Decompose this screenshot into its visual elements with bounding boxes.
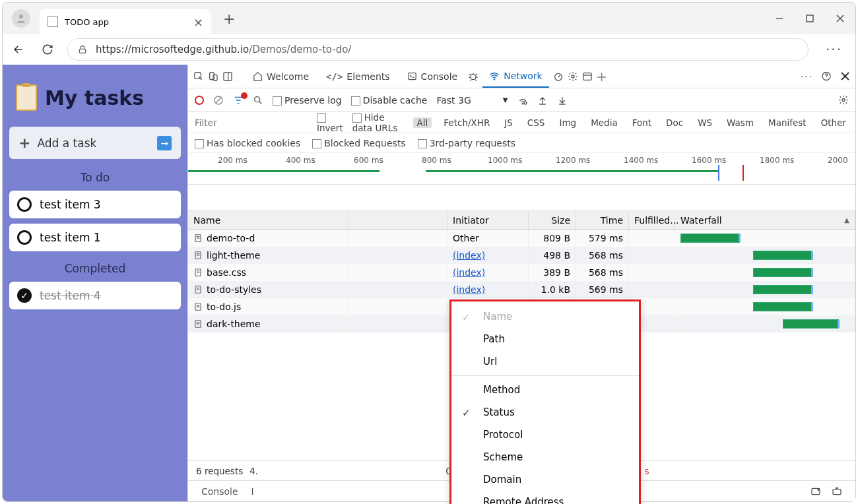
ctx-remote-address[interactable]: Remote Address	[451, 491, 639, 504]
tab-console[interactable]: Console	[401, 65, 465, 88]
ctx-status[interactable]: ✓Status	[451, 401, 639, 424]
clear-button[interactable]	[213, 95, 224, 106]
type-css[interactable]: CSS	[525, 117, 548, 128]
initiator-link[interactable]: (index)	[453, 284, 485, 295]
network-row[interactable]: light-theme(index)498 B568 ms	[188, 247, 855, 264]
type-other[interactable]: Other	[818, 117, 849, 128]
dock-icon[interactable]	[222, 71, 233, 82]
close-devtools-icon[interactable]	[840, 71, 850, 82]
ctx-protocol[interactable]: Protocol	[451, 424, 639, 446]
maximize-button[interactable]	[795, 5, 825, 32]
tab-close-icon[interactable]: ×	[193, 15, 203, 29]
disable-cache-checkbox[interactable]: Disable cache	[351, 95, 428, 106]
minimize-button[interactable]	[764, 5, 795, 32]
sort-arrow-icon: ▲	[844, 216, 849, 224]
third-party-checkbox[interactable]: 3rd-party requests	[418, 138, 515, 148]
ctx-path[interactable]: Path	[451, 328, 639, 350]
add-tab-icon[interactable]: +	[597, 71, 607, 82]
waterfall-bar	[680, 234, 740, 243]
type-doc[interactable]: Doc	[663, 117, 686, 128]
hide-data-urls-checkbox[interactable]: Hide data URLs	[352, 112, 404, 133]
network-conditions-icon[interactable]	[517, 95, 528, 106]
add-task-input[interactable]: + Add a task →	[9, 127, 181, 159]
tab-welcome[interactable]: Welcome	[246, 65, 315, 88]
drawer-console-tab[interactable]: Console	[201, 486, 238, 497]
section-completed-label: Completed	[9, 257, 181, 282]
app-icon[interactable]	[582, 71, 593, 82]
drawer-expand-icon[interactable]	[810, 486, 821, 497]
type-js[interactable]: JS	[502, 117, 515, 128]
task-item-done[interactable]: ✓ test item 4	[9, 282, 181, 309]
network-row[interactable]: to-do-styles(index)1.0 kB569 ms	[188, 281, 855, 298]
type-wasm[interactable]: Wasm	[724, 117, 756, 128]
task-radio-checked[interactable]: ✓	[17, 288, 32, 303]
type-fetch[interactable]: Fetch/XHR	[441, 117, 492, 128]
col-time[interactable]: Time	[576, 211, 629, 229]
device-toggle-icon[interactable]	[208, 71, 218, 82]
blocked-cookies-checkbox[interactable]: Has blocked cookies	[195, 138, 300, 148]
todo-app: My tasks + Add a task → To do test item …	[3, 65, 187, 501]
task-radio[interactable]	[17, 197, 32, 212]
browser-tab[interactable]: TODO app ×	[40, 9, 211, 34]
gear-icon[interactable]	[568, 71, 578, 82]
blocked-requests-checkbox[interactable]: Blocked Requests	[312, 138, 405, 148]
export-har-icon[interactable]	[557, 95, 568, 106]
filter-input[interactable]	[195, 117, 308, 128]
filter-toggle-icon[interactable]	[233, 95, 244, 106]
task-item[interactable]: test item 3	[9, 191, 181, 218]
close-window-button[interactable]	[825, 5, 855, 32]
more-tools-button[interactable]: ···	[801, 71, 813, 82]
network-table-header[interactable]: Name Initiator Size Time Fulfilled... Wa…	[188, 211, 855, 230]
network-row[interactable]: demo-to-dOther809 B579 ms	[188, 230, 855, 247]
help-icon[interactable]	[821, 71, 832, 82]
inspect-icon[interactable]	[193, 71, 204, 82]
initiator-link[interactable]: (index)	[453, 250, 485, 261]
col-status-empty[interactable]	[348, 211, 447, 229]
submit-task-button[interactable]: →	[157, 136, 172, 150]
record-button[interactable]	[195, 96, 204, 105]
initiator-link[interactable]: (index)	[453, 267, 485, 278]
tab-network[interactable]: Network	[482, 65, 548, 88]
address-bar[interactable]: https://microsoftedge.github.io/Demos/de…	[67, 38, 808, 61]
type-media[interactable]: Media	[588, 117, 620, 128]
col-fulfilled[interactable]: Fulfilled...	[629, 211, 675, 229]
bug-icon[interactable]	[468, 71, 478, 82]
drawer-issues-tab[interactable]: I	[251, 486, 254, 497]
col-size[interactable]: Size	[529, 211, 576, 229]
task-item[interactable]: test item 1	[9, 224, 181, 251]
ctx-scheme[interactable]: Scheme	[451, 446, 639, 468]
ctx-url[interactable]: Url	[451, 350, 639, 373]
drawer-collapse-icon[interactable]	[832, 486, 842, 497]
ctx-method[interactable]: Method	[451, 379, 639, 401]
network-settings-icon[interactable]	[838, 95, 849, 106]
preserve-log-checkbox[interactable]: Preserve log	[273, 95, 342, 106]
type-img[interactable]: Img	[556, 117, 579, 128]
timeline-tick: 1200 ms	[556, 156, 590, 165]
search-icon[interactable]	[253, 95, 263, 106]
ctx-name[interactable]: ✓Name	[451, 305, 639, 328]
file-icon	[193, 268, 203, 277]
type-all[interactable]: All	[413, 117, 432, 128]
network-timeline[interactable]: 200 ms 400 ms 600 ms 800 ms 1000 ms 1200…	[188, 153, 855, 185]
ctx-domain[interactable]: Domain	[451, 468, 639, 491]
throttle-select[interactable]: Fast 3G▼	[436, 95, 508, 106]
col-name[interactable]: Name	[188, 211, 348, 229]
col-waterfall[interactable]: Waterfall▲	[675, 211, 855, 229]
type-ws[interactable]: WS	[695, 117, 715, 128]
network-row[interactable]: base.css(index)389 B568 ms	[188, 264, 855, 281]
browser-menu-button[interactable]: ···	[826, 42, 842, 57]
back-button[interactable]	[9, 40, 28, 59]
invert-checkbox[interactable]: Invert	[317, 112, 343, 133]
import-har-icon[interactable]	[537, 95, 548, 106]
performance-icon[interactable]	[553, 71, 564, 82]
profile-avatar[interactable]	[12, 9, 30, 28]
type-manifest[interactable]: Manifest	[766, 117, 809, 128]
svg-rect-16	[583, 73, 591, 80]
tab-elements[interactable]: </>Elements	[319, 65, 397, 88]
col-initiator[interactable]: Initiator	[447, 211, 529, 229]
type-font[interactable]: Font	[630, 117, 654, 128]
task-radio[interactable]	[17, 230, 32, 245]
new-tab-button[interactable]: +	[223, 11, 235, 27]
svg-point-0	[19, 15, 23, 18]
refresh-button[interactable]	[38, 40, 57, 59]
